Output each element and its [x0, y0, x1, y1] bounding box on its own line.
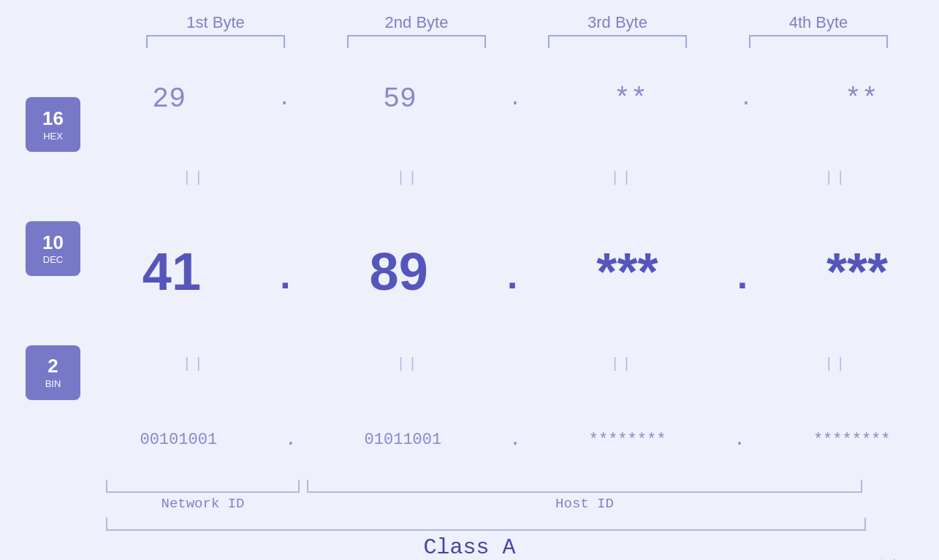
dec-row: 41 . 89 . *** . *** — [106, 242, 924, 300]
byte-headers: 1st Byte 2nd Byte 3rd Byte 4th Byte — [115, 13, 919, 32]
top-brackets — [115, 35, 919, 48]
dec-dot3: . — [731, 257, 753, 300]
dec-b2: 89 — [370, 245, 428, 298]
bin-dot1: . — [285, 429, 297, 450]
host-id-label: Host ID — [307, 496, 862, 512]
bin-b4: ******** — [813, 431, 891, 449]
bin-dot2: . — [509, 429, 521, 450]
hex-badge-label: HEX — [43, 131, 63, 142]
byte4-header: 4th Byte — [745, 13, 892, 32]
outer-bracket — [106, 518, 866, 531]
eq1-b3: || — [541, 169, 702, 188]
main-container: 1st Byte 2nd Byte 3rd Byte 4th Byte 16 H… — [0, 0, 939, 560]
dec-b3: *** — [596, 245, 658, 298]
host-bracket — [307, 480, 862, 493]
dec-badge: 10 DEC — [26, 221, 80, 276]
bottom-labels: Network ID Host ID — [106, 496, 910, 512]
bracket-spacer — [300, 480, 307, 493]
watermark: ipshu.com — [881, 556, 924, 560]
bracket-byte1 — [146, 35, 285, 48]
dec-dot1: . — [274, 257, 297, 300]
hex-b2: 59 — [383, 83, 417, 115]
equals-row-1: || || || || — [106, 169, 924, 188]
bin-badge-number: 2 — [47, 356, 58, 377]
bin-badge: 2 BIN — [26, 345, 80, 400]
hex-b4: ** — [845, 83, 878, 115]
class-label: Class A — [0, 535, 939, 560]
byte2-header: 2nd Byte — [343, 13, 490, 32]
values-area: 29 . 59 . ** . ** || || || || 41 — [106, 55, 939, 478]
byte1-header: 1st Byte — [142, 13, 289, 32]
hex-dot1: . — [278, 88, 291, 110]
dec-badge-label: DEC — [43, 254, 63, 265]
bin-b2: 01011001 — [365, 431, 442, 449]
bottom-inner-brackets — [106, 480, 910, 493]
dec-dot2: . — [501, 257, 523, 300]
network-bracket — [106, 480, 300, 493]
bin-row: 00101001 . 01011001 . ******** . *******… — [106, 429, 924, 450]
bin-b3: ******** — [589, 431, 666, 449]
eq2-b4: || — [756, 356, 916, 374]
dec-b4: *** — [826, 245, 888, 298]
eq1-b4: || — [756, 169, 916, 188]
eq2-b2: || — [328, 356, 489, 374]
eq1-b2: || — [328, 169, 489, 188]
hex-badge: 16 HEX — [26, 97, 80, 152]
equals-row-2: || || || || — [106, 356, 924, 374]
bottom-section: Network ID Host ID Class A ipshu.com — [0, 478, 939, 560]
bracket-byte2 — [347, 35, 486, 48]
hex-b3: ** — [614, 83, 647, 115]
bracket-byte4 — [749, 35, 888, 48]
eq1-b1: || — [114, 169, 275, 188]
dec-badge-number: 10 — [42, 232, 64, 253]
eq2-b1: || — [114, 356, 275, 374]
hex-dot3: . — [740, 88, 752, 110]
hex-row: 29 . 59 . ** . ** — [106, 83, 924, 115]
dec-b1: 41 — [142, 245, 201, 298]
bin-b1: 00101001 — [140, 431, 217, 449]
hex-dot2: . — [509, 88, 522, 110]
network-id-label: Network ID — [106, 496, 300, 512]
content-wrapper: 16 HEX 10 DEC 2 BIN 29 . 59 . ** . ** — [0, 55, 939, 478]
byte3-header: 3rd Byte — [544, 13, 691, 32]
badges-column: 16 HEX 10 DEC 2 BIN — [0, 55, 106, 478]
hex-b1: 29 — [152, 83, 186, 115]
bracket-byte3 — [548, 35, 687, 48]
hex-badge-number: 16 — [42, 108, 64, 129]
eq2-b3: || — [541, 356, 702, 374]
bin-badge-label: BIN — [45, 378, 61, 389]
bin-dot3: . — [734, 429, 745, 450]
